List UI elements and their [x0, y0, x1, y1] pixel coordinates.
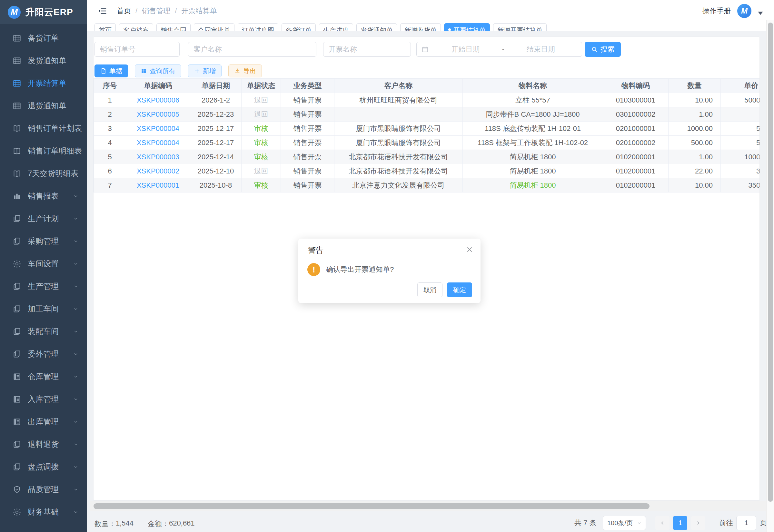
avatar[interactable]: M [737, 4, 751, 18]
sidebar-item-label: 出库管理 [28, 417, 59, 427]
sidebar-item[interactable]: 生产计划 [0, 207, 87, 230]
cell-seq: 3 [94, 122, 126, 136]
copy-icon [12, 214, 21, 223]
breadcrumb-separator: / [135, 7, 137, 15]
date-range-picker[interactable]: 开始日期 - 结束日期 [416, 42, 582, 57]
sidebar-item[interactable]: 备货订单 [0, 27, 87, 49]
sidebar-item-label: 开票结算单 [28, 78, 66, 88]
sidebar-menu: 备货订单发货通知单开票结算单退货通知单销售订单计划表销售订单明细表7天交货明细表… [0, 24, 87, 523]
sidebar-item[interactable]: 财务基础 [0, 501, 87, 523]
sidebar-item[interactable]: 车间设置 [0, 252, 87, 275]
sidebar-item-label: 品质管理 [28, 484, 59, 495]
cell-biz-type: 销售开票 [281, 93, 334, 107]
sidebar-item[interactable]: 退料退货 [0, 433, 87, 456]
cell-doc-code[interactable]: XSKP000001 [126, 178, 190, 192]
plus-icon [194, 68, 200, 74]
cell-doc-code[interactable]: XSKP000004 [126, 122, 190, 136]
chevron-down-icon [73, 329, 79, 334]
chevron-down-icon [73, 306, 79, 312]
sidebar-item[interactable]: 销售报表 [0, 185, 87, 207]
customer-name-input[interactable] [188, 42, 316, 57]
manual-link[interactable]: 操作手册 [702, 6, 731, 16]
sidebar-item[interactable]: 销售订单明细表 [0, 140, 87, 162]
sidebar-item[interactable]: 装配车间 [0, 320, 87, 343]
cell-price: 3500.00 [721, 178, 760, 192]
horizontal-scrollbar-thumb[interactable] [94, 503, 650, 509]
sidebar-item[interactable]: 销售订单计划表 [0, 117, 87, 140]
warning-icon: ! [307, 263, 320, 276]
horizontal-scrollbar-track [90, 501, 774, 511]
sidebar-item[interactable]: 品质管理 [0, 478, 87, 501]
sidebar-item-label: 车间设置 [28, 259, 59, 269]
sidebar-item[interactable]: 退货通知单 [0, 94, 87, 117]
cell-doc-date: 2025-10-8 [190, 178, 242, 192]
sidebar-item[interactable]: 入库管理 [0, 388, 87, 410]
vertical-scrollbar-thumb[interactable] [768, 23, 773, 502]
breadcrumb-home[interactable]: 首页 [117, 6, 131, 16]
avatar-caret-icon[interactable] [758, 12, 763, 15]
sidebar-item[interactable]: 出库管理 [0, 410, 87, 433]
copy-icon [12, 327, 21, 336]
gear-icon [12, 507, 21, 517]
cell-doc-code[interactable]: XSKP000002 [126, 164, 190, 178]
book-icon [12, 146, 21, 155]
page-size-select[interactable]: 100条/页 [603, 516, 646, 530]
app-logo-icon: M [8, 6, 21, 19]
breadcrumb-sales[interactable]: 销售管理 [142, 6, 170, 16]
goto-page-input[interactable] [736, 516, 756, 530]
cell-price: 10000.00 [721, 150, 760, 164]
export-button[interactable]: 导出 [228, 64, 262, 77]
sidebar-item-label: 财务基础 [28, 507, 59, 517]
query-all-button[interactable]: 查询所有 [135, 64, 181, 77]
pagination: 共 7 条 100条/页 1 前往 页 [574, 516, 767, 530]
sidebar-item-label: 退货通知单 [28, 101, 66, 111]
copy-icon [12, 350, 21, 359]
sidebar-item[interactable]: 采购管理 [0, 230, 87, 252]
table-header-row: 序号单据编码单据日期单据状态业务类型客户名称物料名称物料编码数量单价 [94, 79, 760, 93]
confirm-button[interactable]: 确定 [447, 282, 472, 297]
sidebar-item[interactable]: 开票结算单 [0, 72, 87, 94]
sidebar-item-label: 采购管理 [28, 236, 59, 246]
cell-doc-code[interactable]: XSKP000003 [126, 150, 190, 164]
sidebar-item[interactable]: 盘点调拨 [0, 456, 87, 478]
cell-customer: 北京都市花语科技开发有限公司 [334, 150, 463, 164]
prev-page-button[interactable] [655, 516, 670, 530]
dialog-body: ! 确认导出开票通知单? [307, 263, 394, 276]
cell-doc-status: 退回 [242, 164, 281, 178]
close-icon[interactable] [466, 246, 473, 253]
date-start-placeholder[interactable]: 开始日期 [429, 44, 502, 54]
sidebar-item[interactable]: 生产管理 [0, 275, 87, 298]
chevron-down-icon [73, 396, 79, 402]
collapse-sidebar-icon[interactable] [97, 5, 108, 16]
goto-label: 前往 [719, 518, 733, 528]
sidebar-item[interactable]: 委外管理 [0, 343, 87, 365]
gear-icon [12, 259, 21, 268]
date-separator: - [502, 46, 504, 53]
next-page-button[interactable] [691, 516, 705, 530]
date-end-placeholder[interactable]: 结束日期 [504, 44, 577, 54]
cell-doc-code[interactable]: XSKP000006 [126, 93, 190, 107]
sidebar-item[interactable]: 7天交货明细表 [0, 162, 87, 185]
invoice-name-input[interactable] [323, 42, 411, 57]
sidebar-item[interactable]: 仓库管理 [0, 365, 87, 388]
add-button[interactable]: 新增 [188, 64, 222, 77]
search-button[interactable]: 搜索 [585, 42, 621, 57]
order-no-input[interactable] [94, 42, 180, 57]
cell-doc-code[interactable]: XSKP000004 [126, 136, 190, 150]
cell-doc-code[interactable]: XSKP000005 [126, 107, 190, 122]
amount-summary: 金额： 620,661 [148, 519, 195, 529]
cell-doc-status: 审核 [242, 150, 281, 164]
grid-icon [141, 68, 147, 74]
column-header: 单价 [721, 79, 760, 93]
sidebar-item[interactable]: 加工车间 [0, 298, 87, 320]
document-button[interactable]: 单据 [94, 64, 128, 77]
cell-material-code: 0102000001 [603, 164, 669, 178]
copy-icon [12, 304, 21, 313]
cancel-button[interactable]: 取消 [417, 282, 442, 297]
sidebar-item-label: 销售订单明细表 [28, 146, 82, 156]
sidebar-item[interactable]: 发货通知单 [0, 49, 87, 72]
chevron-down-icon [73, 509, 79, 515]
current-page-button[interactable]: 1 [673, 516, 687, 530]
breadcrumb-separator: / [175, 7, 177, 15]
cell-price: 50.00 [721, 136, 760, 150]
